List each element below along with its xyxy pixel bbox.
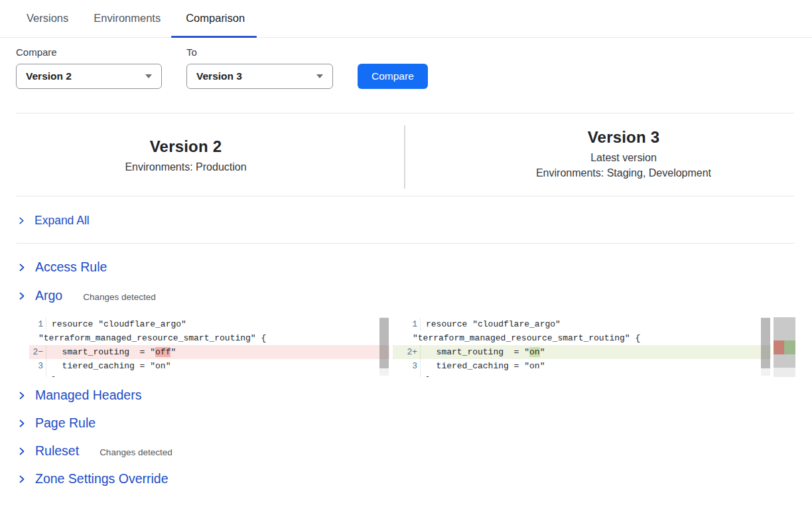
diff-line: 1resource "cloudflare_argo" <box>29 317 389 331</box>
version-right-header: Version 3 Latest version Environments: S… <box>431 128 812 179</box>
divider <box>16 243 794 244</box>
version-right-subtitle: Latest version <box>431 152 812 164</box>
expand-all-label: Expand All <box>34 214 90 228</box>
tab-versions[interactable]: Versions <box>27 12 68 38</box>
compare-label: Compare <box>16 46 57 58</box>
section-argo-label: Argo <box>35 288 62 303</box>
compare-button[interactable]: Compare <box>358 64 428 89</box>
line-number: 2+ <box>393 345 421 359</box>
section-managed-headers-label: Managed Headers <box>35 388 141 403</box>
tab-comparison[interactable]: Comparison <box>186 12 245 38</box>
minimap-added-marker <box>784 340 795 354</box>
line-number: 3 <box>393 359 421 373</box>
line-number: 1 <box>29 317 46 331</box>
diff-line-wrap: "terraform_managed_resource_smart_routin… <box>393 331 771 345</box>
section-ruleset[interactable]: Ruleset Changes detected <box>17 443 172 459</box>
tabs-bar: Versions Environments Comparison <box>0 0 812 38</box>
line-number <box>393 373 421 377</box>
to-version-select[interactable]: Version 3 <box>186 64 333 89</box>
section-zone-settings-override-label: Zone Settings Override <box>35 471 169 486</box>
line-number <box>29 373 46 377</box>
section-access-rule[interactable]: Access Rule <box>17 260 107 275</box>
changes-detected-badge: Changes detected <box>100 445 172 457</box>
chevron-right-icon <box>17 475 27 484</box>
divider <box>16 113 794 113</box>
to-version-value: Version 3 <box>196 70 242 82</box>
chevron-right-icon <box>17 216 26 225</box>
diff-line-removed: 2− smart_routing = "off" <box>29 345 389 359</box>
chevron-right-icon <box>17 447 27 456</box>
diff-line: 1resource "cloudflare_argo" <box>393 317 771 331</box>
chevron-right-icon <box>17 291 27 301</box>
diff-line: 3 tiered_caching = "on" <box>29 359 389 373</box>
version-right-title: Version 3 <box>431 128 812 147</box>
section-page-rule-label: Page Rule <box>35 415 96 431</box>
version-left-title: Version 2 <box>0 137 372 156</box>
diff-line-added: 2+ smart_routing = "on" <box>393 345 771 359</box>
scrollbar-thumb[interactable] <box>379 318 389 368</box>
section-ruleset-label: Ruleset <box>35 443 79 459</box>
line-number: 2− <box>29 345 46 359</box>
vertical-divider <box>404 125 405 188</box>
chevron-right-icon <box>17 391 27 400</box>
removed-word: off <box>155 347 170 357</box>
line-number: 3 <box>29 359 46 373</box>
version-left-header: Version 2 Environments: Production <box>0 137 372 173</box>
diff-minimap[interactable] <box>774 317 795 377</box>
section-page-rule[interactable]: Page Rule <box>17 415 96 431</box>
divider <box>16 196 794 196</box>
diff-panel-left: 1resource "cloudflare_argo" "terraform_m… <box>29 317 389 377</box>
changes-detected-badge: Changes detected <box>83 290 156 302</box>
section-access-rule-label: Access Rule <box>35 260 107 275</box>
tab-environments[interactable]: Environments <box>94 12 161 38</box>
compare-version-value: Version 2 <box>26 70 72 82</box>
section-zone-settings-override[interactable]: Zone Settings Override <box>17 471 169 486</box>
diff-line: 3 tiered_caching = "on" <box>393 359 771 373</box>
diff-line: } <box>29 373 389 377</box>
chevron-right-icon <box>17 419 27 428</box>
version-right-environments: Environments: Staging, Development <box>431 167 812 179</box>
added-word: on <box>529 347 540 357</box>
chevron-down-icon <box>316 74 323 78</box>
comparison-page: Versions Environments Comparison Compare… <box>0 0 812 523</box>
compare-version-select[interactable]: Version 2 <box>16 64 162 89</box>
line-number: 1 <box>393 317 421 331</box>
section-managed-headers[interactable]: Managed Headers <box>17 388 141 403</box>
expand-all-button[interactable]: Expand All <box>17 214 90 228</box>
minimap-removed-marker <box>774 340 784 354</box>
diff-line-wrap: "terraform_managed_resource_smart_routin… <box>29 331 389 345</box>
diff-line: } <box>393 373 771 377</box>
chevron-down-icon <box>145 74 152 78</box>
chevron-right-icon <box>17 263 27 272</box>
section-argo[interactable]: Argo Changes detected <box>17 288 156 303</box>
scrollbar-thumb[interactable] <box>761 318 770 368</box>
diff-panel-right: 1resource "cloudflare_argo" "terraform_m… <box>393 317 771 377</box>
to-label: To <box>186 46 197 58</box>
version-left-environments: Environments: Production <box>0 161 372 173</box>
